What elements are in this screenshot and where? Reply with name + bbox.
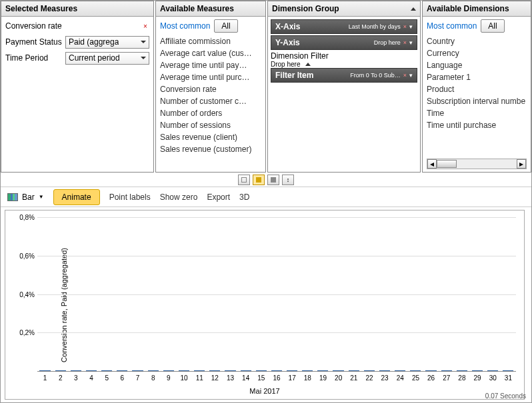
dimensions-all-button[interactable]: All bbox=[481, 19, 504, 33]
remove-axis-icon[interactable]: × bbox=[403, 23, 407, 30]
measures-filter-link[interactable]: Most common bbox=[160, 21, 210, 31]
show-zero-button[interactable]: Show zero bbox=[160, 193, 198, 202]
x-tick-label: 7 bbox=[136, 374, 140, 382]
available-measure-item[interactable]: Number of customer c… bbox=[160, 95, 261, 107]
bar[interactable] bbox=[71, 370, 81, 371]
available-measure-item[interactable]: Average time until purc… bbox=[160, 71, 261, 83]
bar[interactable] bbox=[271, 370, 282, 371]
bar[interactable] bbox=[39, 370, 50, 371]
chart-type-select[interactable]: Bar ▼ bbox=[7, 193, 44, 202]
scroll-right-icon[interactable]: ▸ bbox=[517, 159, 526, 169]
chevron-up-icon[interactable] bbox=[411, 7, 416, 11]
bar-column bbox=[454, 370, 469, 371]
bar-column bbox=[408, 370, 423, 371]
bar[interactable] bbox=[317, 370, 328, 371]
bar[interactable] bbox=[472, 370, 483, 371]
axis-dropdown-icon[interactable]: ▾ bbox=[409, 39, 413, 46]
measures-all-button[interactable]: All bbox=[214, 19, 237, 33]
chevron-up-icon[interactable] bbox=[305, 63, 311, 66]
bar[interactable] bbox=[86, 370, 97, 371]
x-tick-label: 14 bbox=[242, 374, 249, 382]
filter-dropdown-icon[interactable]: ▾ bbox=[409, 72, 413, 79]
chart-area: Conversion rate, Paid (aggregated) 0,2%0… bbox=[5, 210, 525, 400]
available-dimension-item[interactable]: Currency bbox=[427, 47, 527, 59]
bar[interactable] bbox=[349, 370, 359, 371]
bar[interactable] bbox=[287, 370, 297, 371]
available-measure-item[interactable]: Average time until pay… bbox=[160, 59, 261, 71]
bar[interactable] bbox=[117, 370, 127, 371]
view-mode-1-button[interactable] bbox=[238, 175, 250, 185]
available-measure-item[interactable]: Conversion rate bbox=[160, 83, 261, 95]
bar[interactable] bbox=[179, 370, 189, 371]
available-measure-item[interactable]: Sales revenue (customer) bbox=[160, 143, 261, 155]
available-dimension-item[interactable]: Time bbox=[427, 107, 527, 119]
bar[interactable] bbox=[302, 370, 313, 371]
x-tick-label: 18 bbox=[304, 374, 311, 382]
bar[interactable] bbox=[333, 370, 343, 371]
bar[interactable] bbox=[55, 370, 66, 371]
dimensions-hscroll[interactable]: ◂ ▸ bbox=[427, 159, 527, 169]
x-tick-label: 13 bbox=[227, 374, 234, 382]
dimensions-filter-link[interactable]: Most common bbox=[427, 21, 477, 31]
bar[interactable] bbox=[487, 370, 498, 371]
view-mode-2-button[interactable] bbox=[253, 175, 265, 185]
available-dimension-item[interactable]: Product bbox=[427, 83, 527, 95]
bar[interactable] bbox=[503, 370, 513, 371]
available-measure-item[interactable]: Sales revenue (client) bbox=[160, 131, 261, 143]
measure-value-select[interactable]: Current period bbox=[65, 52, 149, 65]
dimension-axis-row[interactable]: X-AxisLast Month by days×▾ bbox=[271, 19, 417, 34]
x-tick-label: 6 bbox=[121, 374, 125, 382]
dimension-filter-row[interactable]: Filter ItemFrom 0 To 0 Sub…×▾ bbox=[271, 68, 417, 83]
bar[interactable] bbox=[163, 370, 174, 371]
remove-measure-icon[interactable]: × bbox=[141, 23, 149, 30]
selected-measure-label: Time Period bbox=[5, 53, 65, 63]
three-d-button[interactable]: 3D bbox=[239, 193, 249, 202]
dimension-group-panel: Dimension Group X-AxisLast Month by days… bbox=[267, 1, 421, 173]
y-tick-label: 0,4% bbox=[15, 290, 35, 298]
available-dimension-item[interactable]: Country bbox=[427, 35, 527, 47]
bar[interactable] bbox=[395, 370, 405, 371]
remove-axis-icon[interactable]: × bbox=[403, 39, 407, 46]
bar[interactable] bbox=[379, 370, 390, 371]
available-dimension-item[interactable]: Time until purchase bbox=[427, 119, 527, 131]
chart-toolbar: Bar ▼ Animate Point labels Show zero Exp… bbox=[1, 187, 531, 207]
axis-dropdown-icon[interactable]: ▾ bbox=[409, 23, 413, 30]
x-tick-label: 23 bbox=[381, 374, 389, 382]
available-dimension-item[interactable]: Subscription interval numbe bbox=[427, 95, 527, 107]
x-tick-label: 2 bbox=[59, 374, 63, 382]
available-measure-item[interactable]: Number of orders bbox=[160, 107, 261, 119]
bar[interactable] bbox=[457, 370, 467, 371]
bar[interactable] bbox=[241, 370, 251, 371]
bar[interactable] bbox=[148, 370, 159, 371]
bar-column bbox=[269, 370, 284, 371]
remove-filter-icon[interactable]: × bbox=[403, 72, 407, 79]
x-tick-label: 25 bbox=[412, 374, 419, 382]
bar[interactable] bbox=[132, 370, 143, 371]
bar-column bbox=[115, 370, 130, 371]
scroll-left-icon[interactable]: ◂ bbox=[427, 159, 437, 169]
bar[interactable] bbox=[256, 370, 267, 371]
bar[interactable] bbox=[225, 370, 235, 371]
bar[interactable] bbox=[364, 370, 375, 371]
bar[interactable] bbox=[425, 370, 436, 371]
x-tick-label: 12 bbox=[211, 374, 219, 382]
bar[interactable] bbox=[101, 370, 112, 371]
available-dimension-item[interactable]: Parameter 1 bbox=[427, 71, 527, 83]
available-measure-item[interactable]: Average cart value (cus… bbox=[160, 47, 261, 59]
x-tick-label: 20 bbox=[335, 374, 342, 382]
view-mode-3-button[interactable] bbox=[267, 175, 279, 185]
bar[interactable] bbox=[441, 370, 452, 371]
dimension-axis-row[interactable]: Y-AxisDrop here×▾ bbox=[271, 35, 417, 50]
bar[interactable] bbox=[194, 370, 205, 371]
view-mode-4-button[interactable]: ↕ bbox=[282, 175, 294, 185]
bar[interactable] bbox=[209, 370, 220, 371]
available-measure-item[interactable]: Number of sessions bbox=[160, 119, 261, 131]
animate-button[interactable]: Animate bbox=[53, 189, 100, 205]
available-dimension-item[interactable]: Language bbox=[427, 59, 527, 71]
bar[interactable] bbox=[410, 370, 421, 371]
available-measure-item[interactable]: Affiliate commission bbox=[160, 35, 261, 47]
measure-value-select[interactable]: Paid (aggrega bbox=[65, 36, 149, 49]
point-labels-button[interactable]: Point labels bbox=[109, 193, 151, 202]
export-button[interactable]: Export bbox=[207, 193, 230, 202]
selected-measure-row: Payment StatusPaid (aggrega bbox=[5, 35, 149, 49]
